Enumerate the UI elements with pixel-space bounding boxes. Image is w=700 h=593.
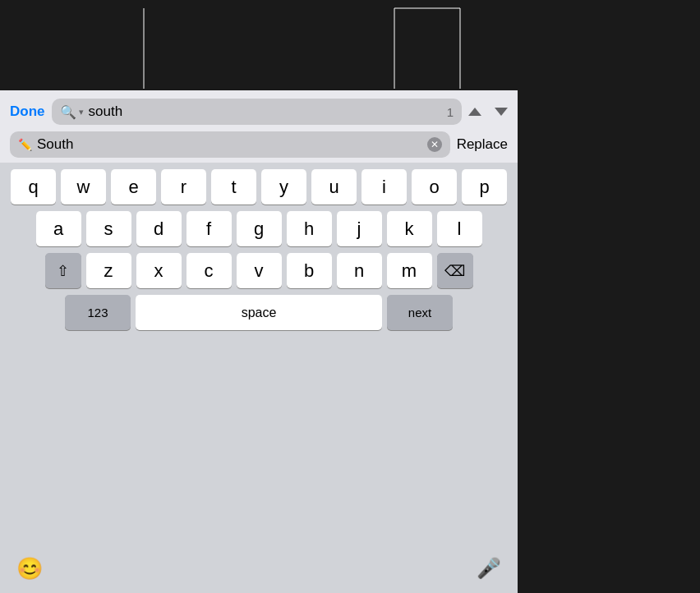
key-k[interactable]: k <box>387 211 432 246</box>
microphone-button[interactable]: 🎤 <box>477 557 501 580</box>
key-u[interactable]: u <box>311 169 357 205</box>
key-g[interactable]: g <box>237 211 282 246</box>
keyboard-row-1: q w e r t y u i o p <box>2 169 515 205</box>
emoji-button[interactable]: 😊 <box>16 556 43 582</box>
keyboard-row-4: 123 space next <box>2 295 515 330</box>
keyboard-row-2: a s d f g h j k l <box>2 211 515 246</box>
key-r[interactable]: r <box>161 169 206 205</box>
replace-input-text: South <box>37 136 422 153</box>
key-j[interactable]: j <box>337 211 382 246</box>
search-icon: 🔍 ▾ <box>60 104 84 120</box>
nav-buttons <box>468 108 508 116</box>
numbers-key[interactable]: 123 <box>65 295 131 330</box>
search-replace-toolbar: Done 🔍 ▾ south 1 ✏️ South <box>0 90 518 163</box>
done-button[interactable]: Done <box>10 100 45 123</box>
replace-label[interactable]: Replace <box>457 136 508 153</box>
match-count: 1 <box>447 105 454 119</box>
backspace-key[interactable]: ⌫ <box>437 253 473 288</box>
key-x[interactable]: x <box>136 253 182 288</box>
emoji-icon: 😊 <box>16 556 43 581</box>
key-v[interactable]: v <box>237 253 282 288</box>
replace-input-wrapper[interactable]: ✏️ South ✕ <box>10 131 450 158</box>
key-n[interactable]: n <box>337 253 382 288</box>
keyboard-row-3: ⇧ z x c v b n m ⌫ <box>2 253 515 288</box>
key-d[interactable]: d <box>136 211 182 246</box>
shift-key[interactable]: ⇧ <box>45 253 81 288</box>
keyboard: q w e r t y u i o p a s d f g h j k l ⇧ … <box>0 163 518 550</box>
key-o[interactable]: o <box>412 169 457 205</box>
key-s[interactable]: s <box>86 211 131 246</box>
chevron-down-icon <box>495 108 508 116</box>
key-m[interactable]: m <box>387 253 432 288</box>
key-f[interactable]: f <box>187 211 232 246</box>
keyboard-bottom-bar: 😊 🎤 <box>0 550 518 593</box>
search-input-text: south <box>89 103 442 120</box>
clear-icon: ✕ <box>431 139 439 150</box>
chevron-up-icon <box>468 108 481 116</box>
key-t[interactable]: t <box>211 169 256 205</box>
key-z[interactable]: z <box>86 253 131 288</box>
prev-match-button[interactable] <box>468 108 481 116</box>
key-q[interactable]: q <box>11 169 56 205</box>
search-input-wrapper[interactable]: 🔍 ▾ south 1 <box>52 99 463 125</box>
key-a[interactable]: a <box>36 211 81 246</box>
key-h[interactable]: h <box>287 211 332 246</box>
key-l[interactable]: l <box>437 211 482 246</box>
key-c[interactable]: c <box>187 253 232 288</box>
key-b[interactable]: b <box>287 253 332 288</box>
key-p[interactable]: p <box>462 169 507 205</box>
clear-replace-button[interactable]: ✕ <box>427 137 442 152</box>
mic-icon: 🎤 <box>477 557 501 579</box>
key-w[interactable]: w <box>61 169 106 205</box>
key-e[interactable]: e <box>111 169 156 205</box>
next-key[interactable]: next <box>387 295 453 330</box>
next-match-button[interactable] <box>495 108 508 116</box>
pencil-icon: ✏️ <box>18 138 32 151</box>
key-y[interactable]: y <box>261 169 306 205</box>
space-key[interactable]: space <box>136 295 382 330</box>
key-i[interactable]: i <box>362 169 407 205</box>
